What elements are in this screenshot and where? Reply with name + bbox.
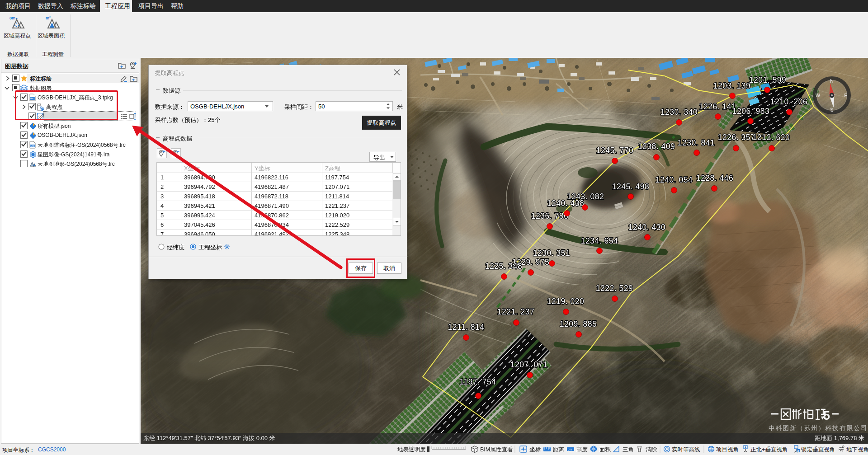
svg-text:1197. 754: 1197. 754	[459, 377, 496, 386]
svg-text:1236. 786: 1236. 786	[531, 211, 568, 220]
svg-text:实时等高线: 实时等高线	[672, 446, 700, 453]
svg-text:a: a	[797, 449, 799, 452]
svg-text:1240. 438: 1240. 438	[547, 199, 584, 208]
svg-text:1226. 141: 1226. 141	[699, 102, 736, 111]
svg-text:1203. 139: 1203. 139	[713, 81, 750, 90]
svg-text:1230. 351: 1230. 351	[533, 249, 570, 258]
svg-text:清除: 清除	[646, 446, 657, 453]
svg-text:1206. 983: 1206. 983	[732, 107, 769, 116]
svg-text:面积: 面积	[599, 446, 611, 453]
svg-text:地表透明度: 地表透明度	[397, 446, 426, 453]
svg-text:1240. 430: 1240. 430	[628, 223, 665, 232]
svg-text:1210. 206: 1210. 206	[770, 97, 807, 106]
svg-text:中科图新（苏州）科技有限公司: 中科图新（苏州）科技有限公司	[769, 425, 868, 432]
svg-text:m²: m²	[46, 16, 51, 20]
svg-text:1230. 340: 1230. 340	[660, 108, 698, 117]
svg-text:坐标: 坐标	[529, 446, 541, 453]
svg-text:N: N	[830, 78, 834, 84]
svg-text:1228. 446: 1228. 446	[696, 174, 733, 183]
svg-text:1245. 770: 1245. 770	[596, 146, 633, 155]
svg-text:三角: 三角	[623, 446, 634, 453]
svg-text:1225. 348: 1225. 348	[485, 262, 522, 271]
svg-text:1240. 054: 1240. 054	[656, 175, 693, 184]
svg-text:1221. 237: 1221. 237	[497, 307, 534, 316]
svg-text:5: 5	[823, 409, 830, 422]
svg-text:锁定垂直视角: 锁定垂直视角	[801, 446, 835, 453]
svg-text:E: E	[844, 93, 847, 98]
svg-text:8m: 8m	[9, 16, 15, 20]
svg-text:距离: 距离	[553, 446, 564, 453]
svg-text:1238. 409: 1238. 409	[638, 142, 675, 151]
svg-text:1212. 620: 1212. 620	[753, 133, 790, 142]
svg-text:地下视角: 地下视角	[846, 446, 868, 453]
svg-text:1234. 654: 1234. 654	[581, 236, 618, 245]
svg-text:正北+垂直视角: 正北+垂直视角	[750, 446, 788, 453]
svg-text:1230. 841: 1230. 841	[678, 138, 715, 147]
svg-text:项目视角: 项目视角	[716, 446, 739, 453]
svg-text:BIM属性查看: BIM属性查看	[480, 446, 513, 453]
svg-text:1211. 814: 1211. 814	[448, 323, 484, 332]
svg-text:1201. 599: 1201. 599	[749, 75, 786, 84]
svg-text:1207. 071: 1207. 071	[510, 360, 547, 369]
svg-text:1245. 498: 1245. 498	[612, 182, 649, 191]
svg-text:cm: cm	[568, 448, 572, 451]
svg-text:高度: 高度	[576, 446, 588, 453]
svg-text:1222. 529: 1222. 529	[596, 284, 633, 293]
svg-text:1226. 357: 1226. 357	[718, 133, 755, 142]
svg-text:1219. 020: 1219. 020	[547, 297, 584, 306]
svg-text:S: S	[830, 107, 833, 113]
svg-text:W: W	[816, 93, 821, 98]
svg-text:1209. 885: 1209. 885	[560, 319, 597, 328]
svg-text:LRC: LRC	[30, 145, 35, 147]
